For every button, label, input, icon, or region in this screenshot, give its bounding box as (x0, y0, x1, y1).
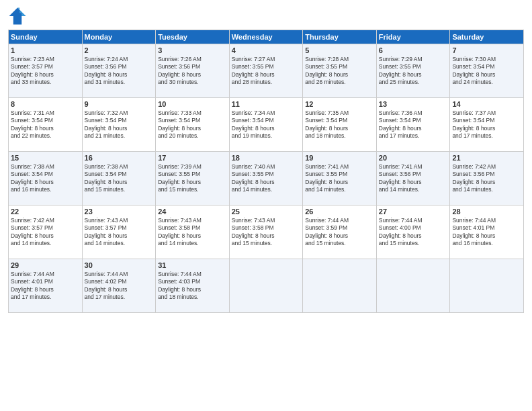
header (8, 7, 524, 26)
day-info: Sunrise: 7:41 AM Sunset: 3:56 PM Dayligh… (379, 163, 448, 194)
day-cell: 26Sunrise: 7:44 AM Sunset: 3:59 PM Dayli… (303, 205, 377, 259)
day-cell: 9Sunrise: 7:32 AM Sunset: 3:54 PM Daylig… (82, 98, 156, 152)
day-cell: 22Sunrise: 7:42 AM Sunset: 3:57 PM Dayli… (9, 205, 83, 259)
day-number: 26 (305, 208, 374, 216)
day-info: Sunrise: 7:44 AM Sunset: 4:01 PM Dayligh… (11, 271, 80, 302)
day-cell: 5Sunrise: 7:28 AM Sunset: 3:55 PM Daylig… (303, 44, 377, 98)
day-cell: 4Sunrise: 7:27 AM Sunset: 3:55 PM Daylig… (229, 44, 303, 98)
header-cell-friday: Friday (376, 30, 450, 44)
day-number: 15 (11, 154, 80, 162)
day-info: Sunrise: 7:41 AM Sunset: 3:55 PM Dayligh… (305, 163, 374, 194)
day-info: Sunrise: 7:36 AM Sunset: 3:54 PM Dayligh… (379, 109, 448, 140)
day-number: 4 (232, 46, 301, 54)
day-number: 28 (452, 208, 521, 216)
day-number: 1 (11, 46, 80, 54)
day-cell: 15Sunrise: 7:38 AM Sunset: 3:54 PM Dayli… (9, 152, 83, 205)
day-cell: 20Sunrise: 7:41 AM Sunset: 3:56 PM Dayli… (376, 152, 450, 205)
week-row-2: 8Sunrise: 7:31 AM Sunset: 3:54 PM Daylig… (9, 98, 524, 152)
header-cell-thursday: Thursday (303, 30, 377, 44)
day-info: Sunrise: 7:32 AM Sunset: 3:54 PM Dayligh… (85, 109, 154, 140)
week-row-3: 15Sunrise: 7:38 AM Sunset: 3:54 PM Dayli… (9, 152, 524, 205)
day-number: 6 (379, 46, 448, 54)
week-row-5: 29Sunrise: 7:44 AM Sunset: 4:01 PM Dayli… (9, 259, 524, 313)
day-info: Sunrise: 7:44 AM Sunset: 4:03 PM Dayligh… (158, 271, 227, 302)
day-number: 2 (85, 46, 154, 54)
day-info: Sunrise: 7:24 AM Sunset: 3:56 PM Dayligh… (85, 56, 154, 87)
day-info: Sunrise: 7:43 AM Sunset: 3:58 PM Dayligh… (232, 217, 301, 248)
calendar-table: SundayMondayTuesdayWednesdayThursdayFrid… (8, 30, 524, 313)
day-info: Sunrise: 7:38 AM Sunset: 3:54 PM Dayligh… (85, 163, 154, 194)
day-cell: 25Sunrise: 7:43 AM Sunset: 3:58 PM Dayli… (229, 205, 303, 259)
day-number: 27 (379, 208, 448, 216)
day-cell: 28Sunrise: 7:44 AM Sunset: 4:01 PM Dayli… (450, 205, 524, 259)
day-cell: 8Sunrise: 7:31 AM Sunset: 3:54 PM Daylig… (9, 98, 83, 152)
day-info: Sunrise: 7:34 AM Sunset: 3:54 PM Dayligh… (232, 109, 301, 140)
day-cell: 7Sunrise: 7:30 AM Sunset: 3:54 PM Daylig… (450, 44, 524, 98)
day-cell: 30Sunrise: 7:44 AM Sunset: 4:02 PM Dayli… (82, 259, 156, 313)
day-info: Sunrise: 7:42 AM Sunset: 3:57 PM Dayligh… (11, 217, 80, 248)
day-number: 10 (158, 100, 227, 108)
page: SundayMondayTuesdayWednesdayThursdayFrid… (0, 0, 532, 411)
day-cell: 29Sunrise: 7:44 AM Sunset: 4:01 PM Dayli… (9, 259, 83, 313)
day-number: 3 (158, 46, 227, 54)
day-number: 17 (158, 154, 227, 162)
day-info: Sunrise: 7:42 AM Sunset: 3:56 PM Dayligh… (452, 163, 521, 194)
day-number: 31 (158, 261, 227, 269)
day-info: Sunrise: 7:35 AM Sunset: 3:54 PM Dayligh… (305, 109, 374, 140)
day-cell: 16Sunrise: 7:38 AM Sunset: 3:54 PM Dayli… (82, 152, 156, 205)
day-number: 21 (452, 154, 521, 162)
day-number: 13 (379, 100, 448, 108)
day-info: Sunrise: 7:44 AM Sunset: 4:00 PM Dayligh… (379, 217, 448, 248)
day-cell: 3Sunrise: 7:26 AM Sunset: 3:56 PM Daylig… (156, 44, 230, 98)
header-cell-tuesday: Tuesday (156, 30, 230, 44)
day-number: 9 (85, 100, 154, 108)
day-info: Sunrise: 7:37 AM Sunset: 3:54 PM Dayligh… (452, 109, 521, 140)
day-cell: 1Sunrise: 7:23 AM Sunset: 3:57 PM Daylig… (9, 44, 83, 98)
day-cell: 27Sunrise: 7:44 AM Sunset: 4:00 PM Dayli… (376, 205, 450, 259)
week-row-4: 22Sunrise: 7:42 AM Sunset: 3:57 PM Dayli… (9, 205, 524, 259)
day-info: Sunrise: 7:29 AM Sunset: 3:55 PM Dayligh… (379, 56, 448, 87)
day-number: 22 (11, 208, 80, 216)
day-info: Sunrise: 7:44 AM Sunset: 4:02 PM Dayligh… (85, 271, 154, 302)
day-info: Sunrise: 7:28 AM Sunset: 3:55 PM Dayligh… (305, 56, 374, 87)
day-cell: 10Sunrise: 7:33 AM Sunset: 3:54 PM Dayli… (156, 98, 230, 152)
day-number: 12 (305, 100, 374, 108)
day-cell: 13Sunrise: 7:36 AM Sunset: 3:54 PM Dayli… (376, 98, 450, 152)
header-cell-monday: Monday (82, 30, 156, 44)
day-number: 5 (305, 46, 374, 54)
header-row: SundayMondayTuesdayWednesdayThursdayFrid… (9, 30, 524, 44)
day-info: Sunrise: 7:31 AM Sunset: 3:54 PM Dayligh… (11, 109, 80, 140)
day-number: 19 (305, 154, 374, 162)
day-info: Sunrise: 7:33 AM Sunset: 3:54 PM Dayligh… (158, 109, 227, 140)
logo (8, 7, 30, 26)
day-cell: 19Sunrise: 7:41 AM Sunset: 3:55 PM Dayli… (303, 152, 377, 205)
day-number: 25 (232, 208, 301, 216)
day-info: Sunrise: 7:39 AM Sunset: 3:55 PM Dayligh… (158, 163, 227, 194)
day-cell: 6Sunrise: 7:29 AM Sunset: 3:55 PM Daylig… (376, 44, 450, 98)
day-number: 30 (85, 261, 154, 269)
day-cell (450, 259, 524, 313)
day-number: 8 (11, 100, 80, 108)
day-cell (376, 259, 450, 313)
day-number: 11 (232, 100, 301, 108)
day-cell: 2Sunrise: 7:24 AM Sunset: 3:56 PM Daylig… (82, 44, 156, 98)
week-row-1: 1Sunrise: 7:23 AM Sunset: 3:57 PM Daylig… (9, 44, 524, 98)
day-number: 20 (379, 154, 448, 162)
day-cell (303, 259, 377, 313)
day-info: Sunrise: 7:44 AM Sunset: 3:59 PM Dayligh… (305, 217, 374, 248)
day-info: Sunrise: 7:44 AM Sunset: 4:01 PM Dayligh… (452, 217, 521, 248)
day-info: Sunrise: 7:38 AM Sunset: 3:54 PM Dayligh… (11, 163, 80, 194)
day-info: Sunrise: 7:26 AM Sunset: 3:56 PM Dayligh… (158, 56, 227, 87)
logo-icon (8, 7, 27, 26)
day-number: 29 (11, 261, 80, 269)
day-cell (229, 259, 303, 313)
day-info: Sunrise: 7:43 AM Sunset: 3:57 PM Dayligh… (85, 217, 154, 248)
day-cell: 14Sunrise: 7:37 AM Sunset: 3:54 PM Dayli… (450, 98, 524, 152)
day-cell: 31Sunrise: 7:44 AM Sunset: 4:03 PM Dayli… (156, 259, 230, 313)
day-cell: 17Sunrise: 7:39 AM Sunset: 3:55 PM Dayli… (156, 152, 230, 205)
day-cell: 21Sunrise: 7:42 AM Sunset: 3:56 PM Dayli… (450, 152, 524, 205)
day-number: 14 (452, 100, 521, 108)
day-number: 24 (158, 208, 227, 216)
day-number: 7 (452, 46, 521, 54)
day-info: Sunrise: 7:27 AM Sunset: 3:55 PM Dayligh… (232, 56, 301, 87)
